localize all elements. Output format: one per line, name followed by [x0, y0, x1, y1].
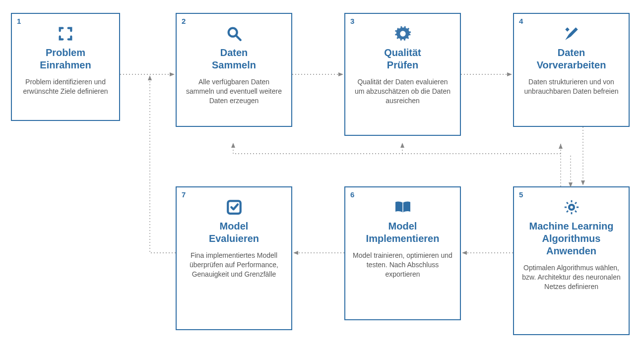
- search-icon: [184, 24, 284, 44]
- step-desc: Alle verfügbaren Daten sammeln und event…: [184, 77, 284, 106]
- step-desc: Optimalen Algorithmus wählen, bzw. Archi…: [521, 263, 622, 291]
- step-number: 1: [17, 17, 21, 25]
- arrow-7-2: [145, 74, 180, 258]
- step-number: 2: [182, 17, 186, 25]
- svg-marker-20: [507, 72, 512, 76]
- svg-marker-24: [462, 251, 467, 255]
- step-title: Problem Einrahmen: [19, 47, 112, 71]
- arrow-3-4: [461, 72, 513, 77]
- step-number: 6: [350, 190, 354, 199]
- step-box-7: 7 Model Evaluieren Fina implementiertes …: [176, 186, 292, 330]
- step-number: 7: [182, 190, 186, 199]
- step-title: Model Evaluieren: [184, 220, 284, 245]
- svg-line-10: [567, 211, 568, 212]
- book-icon: [352, 197, 453, 217]
- step-number: 5: [519, 190, 523, 199]
- svg-line-11: [575, 202, 577, 204]
- svg-marker-37: [400, 143, 404, 148]
- step-box-4: 4 Daten Vorverarbeiten Daten strukturier…: [513, 13, 630, 127]
- gear-icon: [352, 24, 453, 44]
- arrow-5-6: [461, 250, 513, 255]
- arrow-6-7: [292, 250, 344, 255]
- step-title: Qualität Prüfen: [352, 47, 453, 71]
- svg-line-1: [236, 36, 241, 40]
- svg-point-12: [570, 206, 573, 209]
- arrow-feedback-bus: [231, 144, 573, 188]
- step-title: Daten Sammeln: [184, 47, 284, 71]
- step-box-6: 6 Model Implementieren Model trainieren,…: [344, 186, 461, 320]
- svg-marker-18: [338, 72, 343, 76]
- step-number: 4: [519, 17, 523, 25]
- step-title: Machine Learning Algorithmus Anwenden: [521, 220, 622, 257]
- svg-marker-35: [231, 143, 235, 148]
- arrow-2-3: [292, 72, 344, 77]
- svg-marker-27: [148, 75, 152, 80]
- step-desc: Model trainieren, optimieren und testen.…: [352, 251, 453, 279]
- svg-point-2: [400, 32, 405, 36]
- step-number: 3: [350, 17, 354, 25]
- arrow-4-5: [580, 127, 585, 186]
- step-desc: Fina implementiertes Modell überprüfen a…: [184, 251, 284, 279]
- svg-line-9: [575, 211, 577, 212]
- step-box-1: 1 Problem Einrahmen Problem identifizier…: [11, 13, 120, 121]
- step-box-5: 5 Machine Learning Algorithmus Anwenden …: [513, 186, 630, 335]
- step-box-2: 2 Daten Sammeln Alle verfügbaren Daten s…: [176, 13, 292, 127]
- step-desc: Daten strukturieren und von unbrauchbare…: [521, 77, 622, 96]
- tools-icon: [521, 24, 622, 44]
- step-title: Model Implementieren: [352, 220, 453, 245]
- check-icon: [184, 197, 284, 217]
- brain-icon: [521, 197, 622, 217]
- svg-marker-22: [581, 180, 585, 185]
- svg-marker-33: [569, 182, 573, 187]
- step-desc: Problem identifizieren und erwünschte Zi…: [19, 77, 112, 96]
- svg-marker-26: [293, 251, 298, 255]
- svg-line-8: [567, 202, 568, 204]
- frame-icon: [19, 24, 112, 44]
- step-desc: Qualität der Daten evaluieren um abzu­sc…: [352, 77, 453, 106]
- step-title: Daten Vorverarbeiten: [521, 47, 622, 71]
- svg-marker-29: [559, 144, 563, 149]
- step-box-3: 3 Qualität Prüfen Qualität der Daten eva…: [344, 13, 461, 136]
